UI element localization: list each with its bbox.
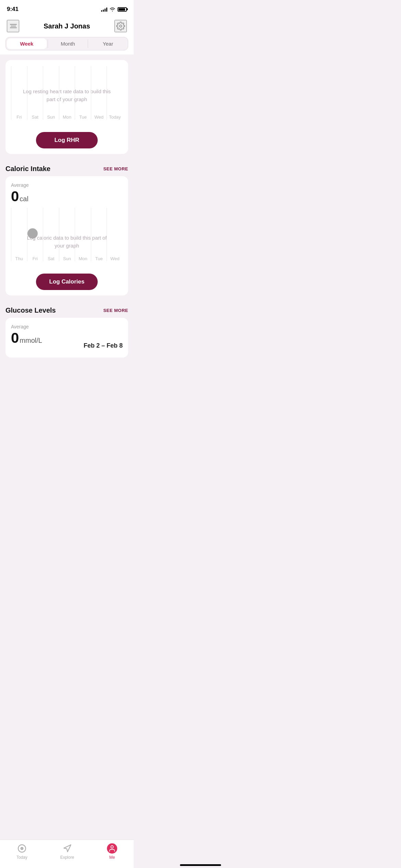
caloric-card: Average 0cal Log caloric data to build t… (5, 176, 128, 296)
log-calories-button[interactable]: Log Calories (36, 274, 98, 290)
filter-button[interactable] (7, 20, 19, 32)
caloric-label-tue: Tue (91, 256, 107, 261)
glucose-avg-label: Average (11, 324, 123, 329)
caloric-avg-value: 0cal (11, 189, 123, 204)
glucose-card: Average 0mmol/L Feb 2 – Feb 8 (5, 318, 128, 358)
col-label-sat: Sat (27, 114, 43, 120)
battery-icon (118, 7, 127, 12)
header: Sarah J Jonas (0, 16, 134, 37)
glucose-date-range: Feb 2 – Feb 8 (84, 342, 123, 349)
segment-inner: Week Month Year (5, 37, 128, 50)
caloric-label-thu: Thu (11, 256, 27, 261)
glucose-unit: mmol/L (20, 337, 42, 344)
status-icons (101, 7, 127, 12)
wifi-icon (109, 7, 116, 12)
rhr-section: Log resting heart rate data to build thi… (0, 55, 134, 159)
caloric-graph-columns: Thu Fri Sat Sun Mon Tue (11, 208, 123, 269)
caloric-label-sun: Sun (59, 256, 75, 261)
caloric-col-mon: Mon (75, 208, 91, 261)
graph-col-tue: Tue (75, 66, 91, 120)
caloric-title: Caloric Intake (5, 165, 50, 173)
svg-point-0 (120, 25, 122, 27)
graph-col-fri: Fri (11, 66, 27, 120)
graph-col-sat: Sat (27, 66, 43, 120)
rhr-card: Log resting heart rate data to build thi… (5, 60, 128, 154)
glucose-avg-number: 0 (11, 330, 19, 346)
caloric-col-sun: Sun (59, 208, 75, 261)
col-label-sun: Sun (43, 114, 59, 120)
caloric-graph-area: Log caloric data to build this part of y… (11, 208, 123, 269)
col-label-mon: Mon (59, 114, 75, 120)
glucose-section: Glucose Levels SEE MORE Average 0mmol/L … (0, 301, 134, 363)
caloric-unit: cal (20, 195, 28, 203)
log-rhr-button[interactable]: Log RHR (36, 132, 98, 148)
filter-icon (9, 24, 17, 28)
caloric-avg-number: 0 (11, 188, 19, 204)
glucose-header-row: 0mmol/L Feb 2 – Feb 8 (11, 331, 123, 349)
caloric-label-fri: Fri (27, 256, 43, 261)
caloric-col-wed: Wed (107, 208, 123, 261)
caloric-col-thu: Thu (11, 208, 27, 261)
caloric-col-sat: Sat (43, 208, 59, 261)
col-label-tue: Tue (75, 114, 91, 120)
rhr-graph-columns: Fri Sat Sun Mon Tue Wed (11, 66, 123, 128)
segment-control: Week Month Year (0, 37, 134, 55)
glucose-avg-value: 0mmol/L (11, 331, 42, 345)
col-label-fri: Fri (11, 114, 27, 120)
status-bar: 9:41 (0, 0, 134, 16)
gear-icon (116, 22, 125, 31)
graph-col-today: Today (107, 66, 123, 120)
settings-button[interactable] (114, 20, 127, 32)
glucose-see-more-button[interactable]: SEE MORE (103, 308, 128, 313)
glucose-title: Glucose Levels (5, 306, 56, 314)
tab-week[interactable]: Week (7, 38, 47, 49)
caloric-section-header: Caloric Intake SEE MORE (5, 165, 128, 173)
caloric-label-wed: Wed (107, 256, 123, 261)
caloric-see-more-button[interactable]: SEE MORE (103, 166, 128, 171)
graph-col-mon: Mon (59, 66, 75, 120)
caloric-label-mon: Mon (75, 256, 91, 261)
tab-year[interactable]: Year (88, 37, 128, 50)
page-title: Sarah J Jonas (44, 22, 90, 30)
caloric-col-tue: Tue (91, 208, 107, 261)
caloric-section: Caloric Intake SEE MORE Average 0cal Log… (0, 159, 134, 301)
caloric-avg-label: Average (11, 182, 123, 188)
graph-col-sun: Sun (43, 66, 59, 120)
tab-month[interactable]: Month (48, 37, 88, 50)
status-time: 9:41 (7, 6, 19, 13)
col-label-today: Today (107, 114, 123, 120)
graph-col-wed: Wed (91, 66, 107, 120)
scroll-content: Log resting heart rate data to build thi… (0, 55, 134, 397)
signal-icon (101, 7, 107, 12)
col-label-wed: Wed (91, 114, 107, 120)
glucose-section-header: Glucose Levels SEE MORE (5, 306, 128, 314)
rhr-graph-area: Log resting heart rate data to build thi… (11, 66, 123, 128)
caloric-col-fri: Fri (27, 208, 43, 261)
caloric-label-sat: Sat (43, 256, 59, 261)
